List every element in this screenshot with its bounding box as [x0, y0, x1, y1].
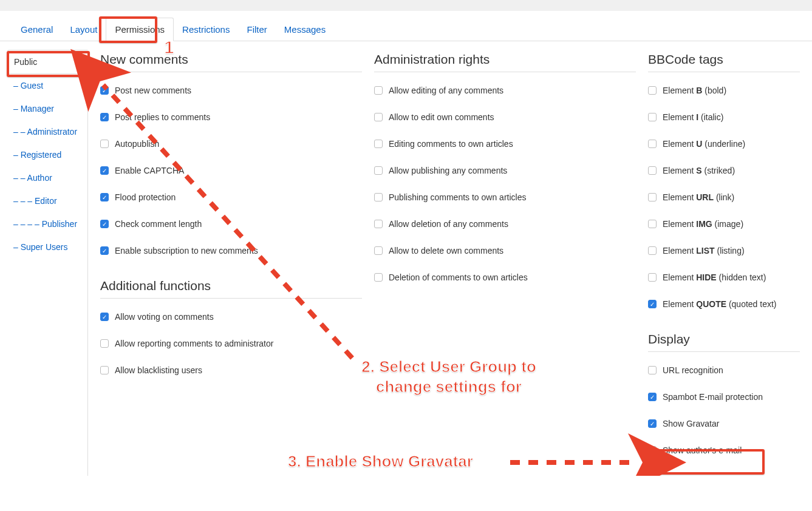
option-row: Element I (italic) — [648, 104, 800, 130]
option-row: ✓Show Gravatar — [648, 410, 800, 437]
sidebar-item-5[interactable]: – – Author — [7, 166, 87, 189]
checkbox[interactable]: ✓ — [648, 419, 657, 428]
checkbox[interactable] — [648, 366, 657, 374]
option-label: Element HIDE (hidden text) — [663, 272, 766, 282]
option-label: Post new comments — [115, 86, 191, 95]
checkbox[interactable]: ✓ — [100, 193, 109, 201]
option-label: Allow to edit own comments — [389, 112, 494, 122]
option-row: Element U (underline) — [648, 130, 800, 157]
option-label: Element QUOTE (quoted text) — [663, 299, 777, 309]
checkbox[interactable] — [648, 220, 657, 228]
tab-permissions[interactable]: Permissions — [106, 18, 174, 41]
checkbox[interactable] — [648, 140, 657, 148]
option-row: ✓Element QUOTE (quoted text) — [648, 291, 800, 317]
checkbox[interactable] — [648, 86, 657, 95]
option-label: Enable subscription to new comments — [115, 246, 258, 256]
checkbox[interactable] — [100, 140, 109, 148]
checkbox[interactable] — [374, 273, 383, 282]
option-label: Publishing comments to own articles — [389, 192, 526, 202]
option-label: Allow blacklisting users — [115, 365, 202, 375]
option-label: Spambot E-mail protection — [663, 392, 763, 402]
option-label: Element URL (link) — [663, 192, 734, 202]
option-row: ✓Enable CAPTCHA — [100, 157, 362, 184]
tab-general[interactable]: General — [12, 18, 61, 41]
tab-bar: GeneralLayoutPermissionsRestrictionsFilt… — [0, 11, 812, 41]
option-label: Check comment length — [115, 219, 202, 229]
option-label: Show Gravatar — [663, 419, 719, 428]
option-label: Element U (underline) — [663, 139, 745, 149]
option-label: Show author's e-mail — [663, 445, 742, 455]
tab-restrictions[interactable]: Restrictions — [174, 18, 238, 41]
content: New comments ✓Post new comments✓Post rep… — [88, 50, 812, 476]
checkbox[interactable] — [648, 246, 657, 255]
option-row: Element IMG (image) — [648, 211, 800, 237]
main: Public– Guest– Manager– – Administrator–… — [0, 41, 812, 476]
sidebar-item-1[interactable]: – Guest — [7, 74, 87, 97]
sidebar-item-4[interactable]: – Registered — [7, 143, 87, 166]
option-label: Element LIST (listing) — [663, 246, 745, 256]
col-mid: Administration rights Allow editing of a… — [374, 50, 636, 464]
checkbox[interactable] — [374, 86, 383, 95]
sidebar-item-0[interactable]: Public — [7, 50, 88, 74]
sidebar: Public– Guest– Manager– – Administrator–… — [0, 50, 88, 476]
checkbox[interactable]: ✓ — [100, 246, 109, 255]
section-display-title: Display — [648, 332, 800, 352]
option-label: Allow voting on comments — [115, 312, 214, 322]
option-row: Deletion of comments to own articles — [374, 264, 636, 291]
option-row: Element S (striked) — [648, 157, 800, 184]
checkbox[interactable]: ✓ — [100, 86, 109, 95]
checkbox[interactable] — [374, 246, 383, 255]
option-row: ✓Allow voting on comments — [100, 303, 362, 330]
tab-messages[interactable]: Messages — [276, 18, 334, 41]
option-label: URL recognition — [663, 365, 723, 375]
section-additional-title: Additional functions — [100, 279, 362, 299]
checkbox[interactable]: ✓ — [648, 300, 657, 308]
option-label: Element S (striked) — [663, 166, 735, 175]
sidebar-item-3[interactable]: – – Administrator — [7, 120, 87, 143]
checkbox[interactable] — [374, 140, 383, 148]
section-new-comments-title: New comments — [100, 52, 362, 72]
sidebar-item-8[interactable]: – Super Users — [7, 235, 87, 259]
option-row: Element LIST (listing) — [648, 237, 800, 264]
checkbox[interactable] — [648, 446, 657, 455]
option-row: Allow deletion of any comments — [374, 211, 636, 237]
option-label: Element B (bold) — [663, 86, 726, 95]
checkbox[interactable] — [100, 339, 109, 348]
checkbox[interactable] — [374, 220, 383, 228]
option-row: ✓Check comment length — [100, 211, 362, 237]
option-row: Allow to edit own comments — [374, 104, 636, 130]
section-admin-title: Administration rights — [374, 52, 636, 72]
option-label: Autopublish — [115, 139, 159, 149]
checkbox[interactable] — [374, 166, 383, 175]
option-row: Element B (bold) — [648, 77, 800, 104]
option-row: URL recognition — [648, 357, 800, 384]
section-bbcode-title: BBCode tags — [648, 52, 800, 72]
option-label: Flood protection — [115, 192, 176, 202]
checkbox[interactable] — [648, 273, 657, 282]
option-label: Deletion of comments to own articles — [389, 272, 528, 282]
top-strip — [0, 0, 812, 11]
sidebar-item-6[interactable]: – – – Editor — [7, 189, 87, 212]
checkbox[interactable]: ✓ — [100, 113, 109, 121]
option-row: Allow blacklisting users — [100, 357, 362, 384]
option-label: Enable CAPTCHA — [115, 166, 184, 175]
sidebar-item-7[interactable]: – – – – Publisher — [7, 212, 87, 235]
checkbox[interactable] — [648, 113, 657, 121]
tab-layout[interactable]: Layout — [61, 18, 106, 41]
checkbox[interactable]: ✓ — [100, 313, 109, 321]
option-row: ✓Spambot E-mail protection — [648, 384, 800, 410]
checkbox[interactable] — [374, 113, 383, 121]
checkbox[interactable]: ✓ — [100, 220, 109, 228]
tab-filter[interactable]: Filter — [238, 18, 275, 41]
checkbox[interactable] — [100, 366, 109, 374]
checkbox[interactable]: ✓ — [100, 166, 109, 175]
checkbox[interactable] — [648, 166, 657, 175]
option-label: Allow publishing any comments — [389, 166, 507, 175]
checkbox[interactable] — [648, 193, 657, 201]
checkbox[interactable]: ✓ — [648, 393, 657, 401]
option-row: Autopublish — [100, 130, 362, 157]
sidebar-item-2[interactable]: – Manager — [7, 97, 87, 120]
option-row: Element HIDE (hidden text) — [648, 264, 800, 291]
checkbox[interactable] — [374, 193, 383, 201]
option-row: Allow reporting comments to administrato… — [100, 330, 362, 357]
